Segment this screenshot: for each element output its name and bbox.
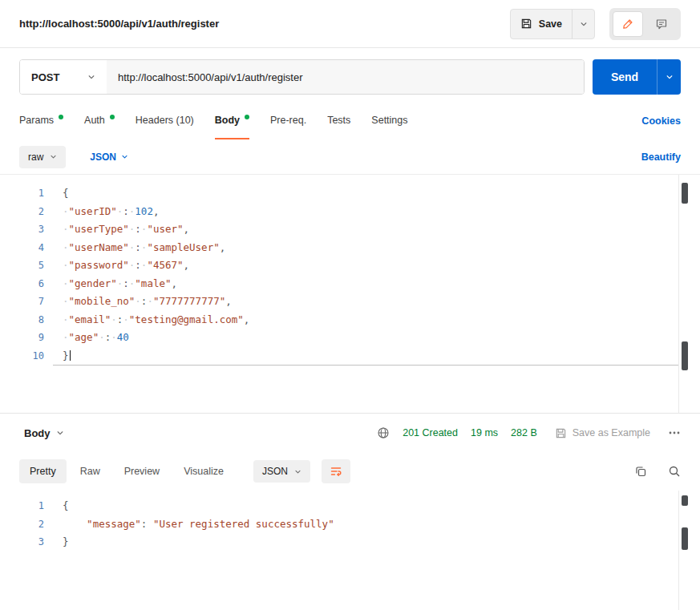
response-body-viewer[interactable]: 123 { "message": "User registered succes… xyxy=(0,491,700,610)
copy-icon xyxy=(634,465,647,478)
response-tab-pretty[interactable]: Pretty xyxy=(19,459,67,483)
response-tab-visualize[interactable]: Visualize xyxy=(173,459,234,483)
editor-right-border xyxy=(678,491,679,610)
response-meta: 201 Created 19 ms 282 B Save as Example xyxy=(377,426,681,440)
body-format-selector[interactable]: raw xyxy=(19,146,66,168)
editor-right-border xyxy=(678,175,679,413)
tab-pre-request[interactable]: Pre-req. xyxy=(270,103,306,139)
green-dot xyxy=(110,115,115,119)
beautify-link[interactable]: Beautify xyxy=(641,151,681,163)
tab-label: Body xyxy=(215,115,240,126)
send-options-button[interactable] xyxy=(657,59,681,95)
code-line[interactable]: } xyxy=(53,533,679,551)
body-format-label: raw xyxy=(28,151,43,163)
send-button[interactable]: Send xyxy=(593,59,657,95)
scrollbar-thumb[interactable] xyxy=(682,183,688,204)
line-number: 10 xyxy=(0,347,44,366)
language-label: JSON xyxy=(90,151,116,163)
code-line[interactable]: ·"userName"·:·"sampleUser", xyxy=(53,239,679,257)
comment-icon xyxy=(655,18,668,30)
line-number: 3 xyxy=(0,533,44,551)
method-selector[interactable]: POST xyxy=(20,60,107,94)
code-line[interactable]: ·"gender"·:·"male", xyxy=(53,275,679,293)
tab-headers[interactable]: Headers (10) xyxy=(136,103,194,139)
tab-label: Settings xyxy=(371,115,407,126)
line-number-gutter: 12345678910 xyxy=(0,184,53,365)
pencil-icon xyxy=(622,18,634,30)
response-tab-preview[interactable]: Preview xyxy=(114,459,170,483)
chevron-down-icon xyxy=(294,468,301,475)
save-button-group: Save xyxy=(510,9,595,39)
url-input[interactable]: http://localhost:5000/api/v1/auth/regist… xyxy=(107,60,584,94)
request-body-editor[interactable]: 12345678910 {·"userID"·:·102,·"userType"… xyxy=(0,175,700,413)
line-number: 1 xyxy=(0,184,44,203)
chevron-down-icon xyxy=(50,153,57,160)
save-options-button[interactable] xyxy=(572,10,594,38)
line-number: 3 xyxy=(0,220,44,239)
tab-label: Tests xyxy=(327,115,350,126)
edit-documentation-button[interactable] xyxy=(613,11,643,37)
code-line[interactable]: } xyxy=(53,347,679,366)
request-tabs: Params Auth Headers (10) Body Pre-req. T… xyxy=(19,103,408,139)
request-title: http://localhost:5000/api/v1/auth/regist… xyxy=(19,18,219,30)
text-cursor xyxy=(70,350,71,361)
tab-body[interactable]: Body xyxy=(215,103,249,139)
header-actions: Save xyxy=(510,8,681,40)
send-button-group: Send xyxy=(593,59,681,95)
save-as-example-button[interactable]: Save as Example xyxy=(550,426,655,440)
request-code-area[interactable]: {·"userID"·:·102,·"userType"·:·"user",·"… xyxy=(53,184,679,366)
chevron-down-icon xyxy=(580,20,588,28)
code-line[interactable]: "message": "User registered successfully… xyxy=(53,515,679,534)
line-number: 9 xyxy=(0,329,44,347)
save-as-example-label: Save as Example xyxy=(573,427,650,438)
scrollbar-thumb[interactable] xyxy=(682,495,688,506)
scrollbar-thumb[interactable] xyxy=(682,527,688,550)
search-button[interactable] xyxy=(668,465,681,478)
scrollbar-thumb[interactable] xyxy=(682,341,688,370)
response-body-selector[interactable]: Body xyxy=(19,426,69,440)
line-number: 5 xyxy=(0,257,44,275)
save-button[interactable]: Save xyxy=(511,10,572,38)
tab-label: Pre-req. xyxy=(270,115,306,126)
language-selector[interactable]: JSON xyxy=(85,151,133,164)
tab-params[interactable]: Params xyxy=(19,103,63,139)
code-line[interactable]: ·"password"·:·"4567", xyxy=(53,257,679,275)
response-tab-raw[interactable]: Raw xyxy=(70,459,111,483)
code-line[interactable]: { xyxy=(53,184,679,203)
wrap-text-button[interactable] xyxy=(322,459,350,483)
chevron-down-icon xyxy=(121,153,128,160)
copy-button[interactable] xyxy=(634,465,647,478)
comments-button[interactable] xyxy=(645,11,678,37)
save-icon xyxy=(555,427,567,439)
more-actions-button[interactable] xyxy=(668,426,681,439)
green-dot xyxy=(245,115,249,119)
response-toolbar: Pretty Raw Preview Visualize JSON xyxy=(0,452,700,491)
response-header: Body 201 Created 19 ms 282 B Save as Exa… xyxy=(0,414,700,452)
postman-window: http://localhost:5000/api/v1/auth/regist… xyxy=(0,0,700,610)
text-wrap-icon xyxy=(330,465,342,478)
status-code-badge: 201 Created xyxy=(403,427,458,438)
request-tabs-row: Params Auth Headers (10) Body Pre-req. T… xyxy=(0,103,700,139)
search-icon xyxy=(668,465,681,478)
response-language-label: JSON xyxy=(262,466,288,477)
network-globe-icon[interactable] xyxy=(377,426,390,439)
method-label: POST xyxy=(31,71,59,83)
tab-settings[interactable]: Settings xyxy=(371,103,407,139)
tab-auth[interactable]: Auth xyxy=(84,103,115,139)
code-line[interactable]: ·"userType"·:·"user", xyxy=(53,220,679,239)
response-code-area[interactable]: { "message": "User registered successful… xyxy=(53,497,679,551)
pane-toggle-group xyxy=(609,8,681,40)
chevron-down-icon xyxy=(666,73,674,81)
code-line[interactable]: { xyxy=(53,497,679,515)
chevron-down-icon xyxy=(87,73,95,81)
code-line[interactable]: ·"userID"·:·102, xyxy=(53,203,679,221)
code-line[interactable]: ·"mobile_no"·:·"7777777777", xyxy=(53,293,679,311)
line-number: 8 xyxy=(0,311,44,329)
code-line[interactable]: ·"email"·:·"testing@gmail.com", xyxy=(53,311,679,329)
line-number: 6 xyxy=(0,275,44,293)
tab-label: Auth xyxy=(84,115,105,126)
cookies-link[interactable]: Cookies xyxy=(641,115,681,127)
tab-tests[interactable]: Tests xyxy=(327,103,350,139)
response-language-selector[interactable]: JSON xyxy=(253,460,310,483)
code-line[interactable]: ·"age"·:·40 xyxy=(53,329,679,347)
